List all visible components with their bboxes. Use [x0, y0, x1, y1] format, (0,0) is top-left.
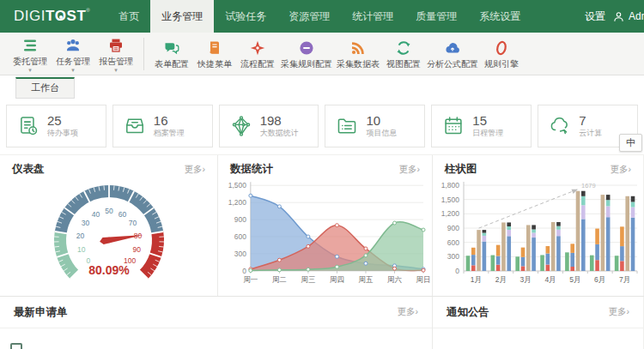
navbar-right: 设置 Admin	[585, 9, 644, 24]
svg-text:1,200: 1,200	[228, 198, 246, 207]
charts-row: 仪表盘更多› 010203040506070809010080.09% 数据统计…	[0, 154, 644, 297]
card-schedule[interactable]: 15日程管理	[431, 105, 532, 147]
svg-text:0: 0	[455, 267, 459, 275]
menu-item-quality[interactable]: 质量管理	[404, 0, 468, 33]
svg-text:周一: 周一	[243, 275, 258, 284]
svg-text:70: 70	[128, 219, 137, 227]
bar-chart-panel: 柱状图更多› 03006009001,2001,5001,8001月2月3月4月…	[433, 155, 644, 296]
book-icon	[206, 39, 223, 57]
toolbar-item-collection-tables[interactable]: 采集数据表	[334, 37, 382, 70]
person-icon	[613, 11, 624, 22]
menu-item-test-tasks[interactable]: 试验任务	[214, 0, 277, 33]
logo-trademark: ®	[86, 8, 90, 13]
card-bigdata[interactable]: 198大数据统计	[219, 105, 319, 147]
folder-list-icon	[336, 115, 358, 137]
archive-icon	[124, 115, 146, 137]
gauge-more-link[interactable]: 更多›	[185, 164, 206, 176]
card-value: 198	[260, 114, 299, 128]
users-icon	[64, 37, 82, 54]
toolbar-label: 规则引擎	[484, 58, 519, 70]
toolbar-item-view-config[interactable]: 视图配置	[382, 37, 425, 70]
settings-link[interactable]: 设置	[585, 9, 605, 24]
svg-text:90: 90	[132, 245, 141, 254]
list-icon	[21, 37, 39, 54]
toolbar-label: 委托管理	[13, 56, 47, 68]
svg-text:10: 10	[76, 245, 85, 254]
ribbon-toolbar: 委托管理 ▾ 任务管理 ▾ 报告管理 ▾ 表单配置 快捷菜单 流程配置 采集规则…	[0, 33, 644, 75]
menu-item-home[interactable]: 首页	[107, 0, 150, 33]
rss-icon	[349, 39, 367, 57]
user-menu[interactable]: Admin	[613, 10, 644, 22]
toolbar-item-collection-rules[interactable]: 采集规则配置	[279, 37, 334, 70]
toolbar-item-form-config[interactable]: 表单配置	[150, 37, 193, 70]
notices-panel-title: 通知公告	[447, 305, 489, 320]
svg-text:2月: 2月	[495, 275, 507, 284]
svg-text:周六: 周六	[387, 275, 402, 284]
area-more-link[interactable]: 更多›	[399, 164, 421, 176]
toolbar-label: 分析公式配置	[427, 58, 478, 70]
toolbar-label: 视图配置	[386, 58, 421, 70]
compass-icon	[249, 39, 266, 57]
card-label: 大数据统计	[260, 129, 299, 137]
svg-text:4月: 4月	[544, 275, 556, 284]
svg-text:60: 60	[118, 210, 126, 219]
notices-more-link[interactable]: 更多›	[609, 306, 630, 318]
menu-item-statistics[interactable]: 统计管理	[341, 0, 404, 33]
card-value: 25	[47, 114, 78, 128]
toolbar-label: 快捷菜单	[197, 58, 232, 70]
calendar-icon	[442, 115, 465, 137]
card-label: 档案管理	[154, 129, 185, 137]
svg-text:1,800: 1,800	[441, 181, 460, 190]
printer-icon	[107, 37, 125, 54]
cropped-list-icon	[10, 343, 22, 349]
card-label: 项目信息	[366, 129, 397, 137]
requests-panel-title: 最新申请单	[14, 305, 68, 320]
cloud-compute-icon	[549, 115, 571, 137]
svg-text:1,500: 1,500	[228, 181, 246, 190]
svg-text:周四: 周四	[330, 275, 344, 284]
logo-text: T	[46, 8, 55, 24]
toolbar-item-reports[interactable]: 报告管理 ▾	[94, 34, 137, 73]
logo-text: DIGI	[14, 8, 46, 24]
svg-text:80.09%: 80.09%	[88, 263, 130, 277]
svg-text:40: 40	[91, 210, 100, 219]
svg-text:周三: 周三	[301, 275, 315, 284]
svg-text:900: 900	[234, 215, 246, 224]
menu-item-business[interactable]: 业务管理	[150, 0, 214, 33]
svg-text:3月: 3月	[520, 275, 532, 284]
svg-text:600: 600	[234, 232, 246, 241]
svg-text:周二: 周二	[272, 275, 287, 284]
toolbar-label: 流程配置	[240, 58, 275, 70]
toolbar-item-quick-menu[interactable]: 快捷菜单	[193, 37, 236, 70]
toolbar-item-entrust[interactable]: 委托管理 ▾	[9, 34, 52, 73]
card-archives[interactable]: 16档案管理	[112, 105, 213, 147]
bar-more-link[interactable]: 更多›	[611, 164, 632, 176]
svg-text:1679: 1679	[581, 182, 596, 190]
card-projects[interactable]: 10项目信息	[325, 105, 425, 147]
toolbar-item-tasks[interactable]: 任务管理 ▾	[52, 34, 94, 73]
area-chart: 03006009001,2001,500周一周二周三周四周五周六周日	[218, 177, 432, 292]
svg-text:0: 0	[242, 267, 246, 275]
svg-text:600: 600	[447, 238, 459, 247]
toolbar-label: 采集数据表	[337, 58, 380, 70]
main-menu: 首页 业务管理 试验任务 资源管理 统计管理 质量管理 系统设置	[107, 0, 532, 33]
toolbar-item-rules-engine[interactable]: 规则引擎	[480, 37, 523, 70]
card-todo[interactable]: 25待办事项	[6, 105, 106, 147]
username-label: Admin	[629, 10, 644, 22]
toolbar-item-formula-config[interactable]: 分析公式配置	[425, 37, 480, 70]
svg-text:5月: 5月	[569, 275, 580, 284]
menu-item-resources[interactable]: 资源管理	[277, 0, 341, 33]
card-value: 16	[154, 114, 185, 128]
requests-more-link[interactable]: 更多›	[398, 306, 419, 318]
menu-item-system[interactable]: 系统设置	[468, 0, 532, 33]
toolbar-divider	[143, 38, 144, 70]
ime-indicator[interactable]: 中	[619, 134, 642, 152]
toolbar-item-process-config[interactable]: 流程配置	[236, 37, 279, 70]
svg-text:50: 50	[105, 207, 113, 215]
svg-text:6月: 6月	[594, 275, 605, 284]
tab-workbench[interactable]: 工作台	[15, 77, 75, 99]
stat-cards-row: 25待办事项 16档案管理 198大数据统计 10项目信息 15日程管理 7云计…	[6, 105, 638, 147]
card-label: 云计算	[579, 129, 602, 137]
card-value: 10	[366, 114, 397, 128]
latest-requests-panel: 最新申请单更多›	[0, 297, 433, 349]
